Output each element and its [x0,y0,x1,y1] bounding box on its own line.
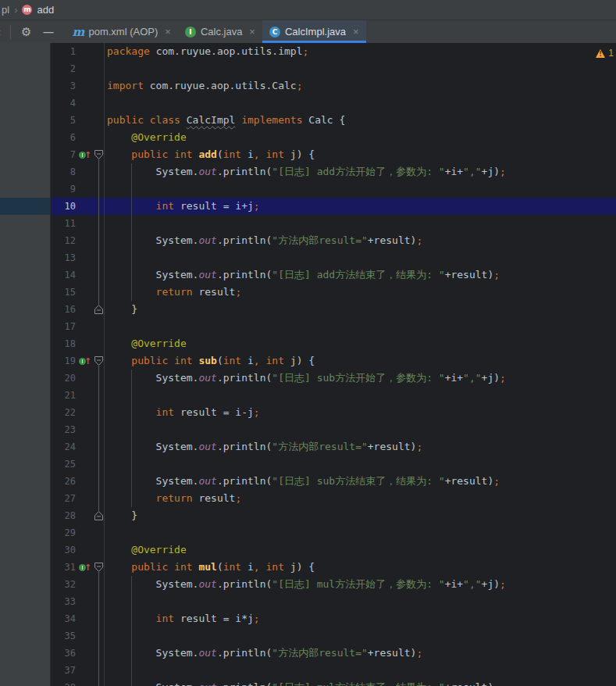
code-text[interactable]: System.out.println("方法内部result="+result)… [107,438,422,456]
code-text[interactable]: @Override [107,335,187,352]
hide-window-icon[interactable]: — [37,26,59,38]
code-text[interactable]: return result; [107,284,241,301]
token-kw: int [260,355,284,366]
code-text[interactable]: package com.ruyue.aop.utils.impl; [107,43,308,60]
code-text[interactable]: } [107,301,137,318]
line-number[interactable]: 14 [51,266,76,284]
token-str: "," [463,372,481,384]
close-icon[interactable]: × [249,26,255,38]
line-number[interactable]: 16 [51,301,76,318]
breadcrumb-class[interactable]: pl [2,4,9,16]
code-text[interactable]: public int add(int i, int j) { [107,146,315,163]
indent-guide [131,163,132,301]
fold-end-icon[interactable] [94,511,103,520]
code-editor[interactable]: 1package com.ruyue.aop.utils.impl;23impo… [51,43,616,686]
code-text[interactable]: @Override [107,541,187,559]
code-text[interactable]: return result; [107,490,241,507]
close-icon[interactable]: × [353,26,359,38]
fold-end-icon[interactable] [94,305,103,314]
token-pl: ( [217,355,223,366]
line-number[interactable]: 3 [51,77,76,95]
code-text[interactable]: int result = i-j; [107,404,260,421]
line-number[interactable]: 25 [51,456,76,473]
line-number[interactable]: 10 [51,198,76,215]
line-number[interactable]: 32 [51,576,76,593]
nav-back-icon[interactable]: « [0,26,5,38]
line-number[interactable]: 9 [51,180,76,198]
implements-method-icon[interactable]: ↑ [79,352,91,370]
line-number[interactable]: 1 [51,43,76,60]
token-pl: i [241,148,254,160]
line-number[interactable]: 7 [51,146,76,163]
token-str: "[日志] mul方法结束了，结果为: " [272,681,444,686]
line-number[interactable]: 26 [51,473,76,490]
line-number[interactable]: 11 [51,215,76,232]
code-text[interactable]: public class CalcImpl implements Calc { [107,112,345,129]
tab-calc-java[interactable]: ICalc.java× [178,20,262,43]
code-text[interactable]: System.out.println("[日志] mul方法开始了，参数为: "… [107,576,506,593]
code-text[interactable]: import com.ruyue.aop.utils.Calc; [107,77,302,95]
token-pl: +result) [445,269,494,280]
line-number[interactable]: 36 [51,645,76,662]
breadcrumb-method[interactable]: add [37,4,54,16]
line-number[interactable]: 4 [51,95,76,112]
token-pl: i [241,561,254,573]
code-text[interactable]: System.out.println("[日志] add方法开始了，参数为: "… [107,163,506,180]
code-text[interactable]: int result = i*j; [107,610,260,627]
token-ann: @Override [131,338,186,349]
tab-calcimpl-java[interactable]: CCalcImpl.java× [262,20,366,43]
code-text[interactable]: @Override [107,129,187,146]
token-fld: out [198,681,216,686]
token-fld: out [198,441,216,452]
line-number[interactable]: 24 [51,438,76,456]
code-text[interactable]: System.out.println("[日志] mul方法结束了，结果为: "… [107,679,500,686]
code-text[interactable]: public int sub(int i, int j) { [107,352,315,370]
line-number[interactable]: 13 [51,249,76,266]
code-text[interactable]: System.out.println("方法内部result="+result)… [107,645,422,662]
token-str: "[日志] sub方法开始了，参数为: " [272,372,444,384]
line-number[interactable]: 35 [51,627,76,645]
line-number[interactable]: 20 [51,370,76,387]
line-number[interactable]: 15 [51,284,76,301]
close-icon[interactable]: × [165,26,171,38]
line-number[interactable]: 31 [51,559,76,576]
inspections-widget[interactable]: 1 [596,48,614,59]
token-sem: ; [493,269,500,280]
code-text[interactable]: System.out.println("方法内部result="+result)… [107,232,422,249]
line-number[interactable]: 27 [51,490,76,507]
line-number[interactable]: 8 [51,163,76,180]
code-text[interactable]: public int mul(int i, int j) { [107,559,315,576]
code-line: 15 return result; [51,284,616,301]
token-pl: +i+ [445,372,463,384]
line-number[interactable]: 6 [51,129,76,146]
line-number[interactable]: 28 [51,507,76,524]
token-str: "方法内部result=" [272,441,367,452]
line-number[interactable]: 29 [51,524,76,541]
line-number[interactable]: 2 [51,60,76,77]
line-number[interactable]: 22 [51,404,76,421]
code-text[interactable]: System.out.println("[日志] sub方法结束了，结果为: "… [107,473,500,490]
line-number[interactable]: 33 [51,593,76,610]
implements-method-icon[interactable]: ↑ [79,146,91,163]
line-number[interactable]: 30 [51,541,76,559]
line-number[interactable]: 5 [51,112,76,129]
gear-icon[interactable]: ⚙ [16,25,37,39]
token-str: "方法内部result=" [272,647,367,659]
code-text[interactable]: } [107,507,137,524]
code-text[interactable]: System.out.println("[日志] sub方法开始了，参数为: "… [107,370,506,387]
line-number[interactable]: 23 [51,421,76,438]
line-number[interactable]: 12 [51,232,76,249]
line-number[interactable]: 19 [51,352,76,370]
line-number[interactable]: 37 [51,662,76,679]
line-number[interactable]: 38 [51,679,76,686]
tab-pom-xml-aop-[interactable]: mpom.xml (AOP)× [66,20,177,43]
line-number[interactable]: 18 [51,335,76,352]
line-number[interactable]: 34 [51,610,76,627]
line-number[interactable]: 21 [51,387,76,404]
code-text[interactable]: System.out.println("[日志] add方法结束了，结果为: "… [107,266,500,284]
implements-method-icon[interactable]: ↑ [79,559,91,576]
line-number[interactable]: 17 [51,318,76,335]
token-pl: +result) [445,475,494,487]
code-text[interactable]: int result = i+j; [107,198,260,215]
tab-label: Calc.java [201,26,242,38]
